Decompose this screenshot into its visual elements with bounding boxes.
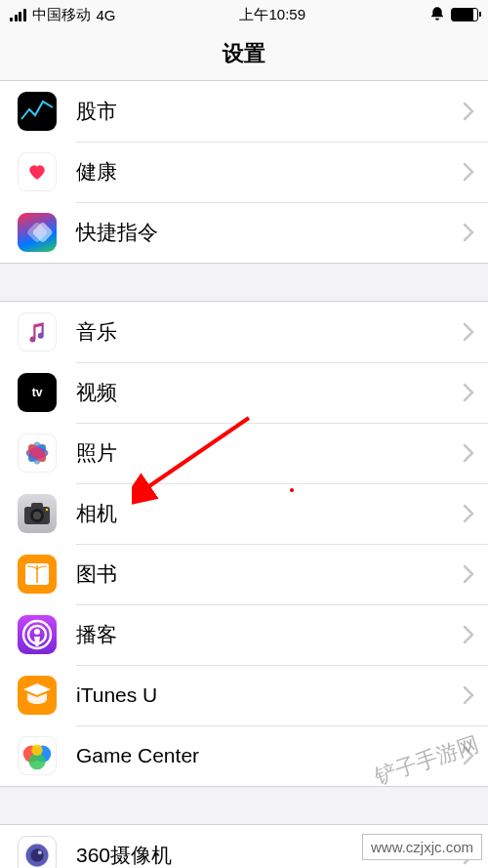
page-title: 设置 bbox=[0, 29, 488, 81]
shortcuts-icon bbox=[18, 213, 57, 252]
chevron-right-icon bbox=[463, 746, 474, 765]
chevron-right-icon bbox=[463, 102, 474, 121]
signal-icon bbox=[10, 9, 26, 21]
settings-item-stocks[interactable]: 股市 bbox=[0, 81, 488, 142]
settings-item-label: 股市 bbox=[76, 98, 463, 125]
settings-item-label: 音乐 bbox=[76, 318, 463, 346]
books-icon bbox=[18, 555, 57, 594]
chevron-right-icon bbox=[463, 383, 474, 402]
chevron-right-icon bbox=[463, 685, 474, 705]
svg-point-24 bbox=[30, 848, 43, 861]
settings-item-health[interactable]: 健康 bbox=[0, 142, 488, 202]
360cam-icon bbox=[18, 836, 57, 868]
svg-point-14 bbox=[46, 509, 49, 512]
camera-icon bbox=[18, 494, 57, 533]
svg-point-22 bbox=[31, 745, 42, 756]
music-icon bbox=[18, 312, 57, 351]
settings-item-label: iTunes U bbox=[76, 683, 463, 707]
settings-item-itunesu[interactable]: iTunes U bbox=[0, 665, 488, 725]
settings-item-podcast[interactable]: 播客 bbox=[0, 604, 488, 665]
chevron-right-icon bbox=[463, 504, 474, 523]
network-label: 4G bbox=[97, 7, 116, 23]
settings-item-label: 快捷指令 bbox=[76, 219, 463, 246]
svg-point-12 bbox=[33, 512, 41, 519]
chevron-right-icon bbox=[463, 625, 474, 644]
settings-item-label: 图书 bbox=[76, 560, 463, 588]
svg-point-18 bbox=[34, 629, 40, 635]
carrier-label: 中国移动 bbox=[32, 6, 91, 24]
alarm-icon bbox=[429, 6, 445, 24]
settings-item-video[interactable]: tv 视频 bbox=[0, 362, 488, 423]
settings-item-label: 360摄像机 bbox=[76, 842, 463, 868]
clock-label: 上午10:59 bbox=[239, 6, 305, 24]
settings-item-label: 相机 bbox=[76, 500, 463, 527]
status-bar: 中国移动 4G 上午10:59 bbox=[0, 0, 488, 29]
itunesu-icon bbox=[18, 676, 57, 715]
chevron-right-icon bbox=[463, 162, 474, 182]
settings-item-photos[interactable]: 照片 bbox=[0, 423, 488, 483]
svg-rect-13 bbox=[31, 503, 43, 509]
settings-group-2: 音乐 tv 视频 照片 bbox=[0, 301, 488, 787]
settings-item-camera[interactable]: 相机 bbox=[0, 483, 488, 544]
settings-group-3: 360摄像机 bbox=[0, 824, 488, 868]
status-left: 中国移动 4G bbox=[10, 6, 116, 24]
gamecenter-icon bbox=[18, 736, 57, 775]
battery-icon bbox=[451, 8, 478, 21]
settings-item-360cam[interactable]: 360摄像机 bbox=[0, 825, 488, 868]
settings-item-label: 视频 bbox=[76, 379, 463, 406]
settings-item-label: Game Center bbox=[76, 744, 463, 767]
settings-item-gamecenter[interactable]: Game Center bbox=[0, 725, 488, 786]
settings-group-1: 股市 健康 快捷指令 bbox=[0, 81, 488, 264]
podcast-icon bbox=[18, 615, 57, 654]
settings-item-music[interactable]: 音乐 bbox=[0, 302, 488, 362]
settings-item-books[interactable]: 图书 bbox=[0, 544, 488, 604]
settings-item-label: 健康 bbox=[76, 158, 463, 186]
settings-item-label: 播客 bbox=[76, 621, 463, 648]
settings-item-label: 照片 bbox=[76, 439, 463, 467]
stocks-icon bbox=[18, 92, 57, 131]
chevron-right-icon bbox=[463, 223, 474, 242]
video-icon: tv bbox=[18, 373, 57, 412]
chevron-right-icon bbox=[463, 322, 474, 342]
chevron-right-icon bbox=[463, 443, 474, 463]
chevron-right-icon bbox=[463, 846, 474, 865]
settings-item-shortcuts[interactable]: 快捷指令 bbox=[0, 202, 488, 263]
svg-point-25 bbox=[38, 850, 42, 854]
health-icon bbox=[18, 152, 57, 191]
chevron-right-icon bbox=[463, 564, 474, 584]
photos-icon bbox=[18, 434, 57, 473]
status-right bbox=[429, 6, 478, 24]
